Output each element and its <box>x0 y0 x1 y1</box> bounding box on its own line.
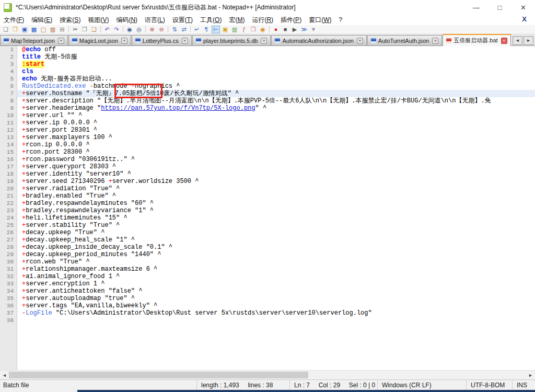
save-macro-icon[interactable]: ▼ <box>309 26 318 33</box>
horizontal-scrollbar[interactable]: ◄ ► <box>0 370 535 379</box>
print-icon[interactable]: ⊟ <box>58 26 66 33</box>
code-line-3: :start <box>0 61 535 68</box>
function-completion-icon[interactable]: ▣ <box>221 26 229 33</box>
open-file-icon[interactable]: ❒ <box>11 26 19 33</box>
tab-close-icon[interactable]: × <box>357 38 363 44</box>
run-macro-multiple-icon[interactable]: ≫ <box>300 26 308 33</box>
record-macro-icon[interactable]: ● <box>272 26 280 33</box>
code-line-27: +decay.upkeep_heal_scale "1" ^ <box>0 236 535 244</box>
line-number: 15 <box>0 148 17 156</box>
menu-item-5[interactable]: 编码(N) <box>112 15 141 26</box>
code-line-18: +server.identity "server10" ^ <box>0 170 535 178</box>
show-all-chars-icon[interactable]: ¶ <box>202 26 211 33</box>
line-number: 7 <box>0 90 17 97</box>
menu-item-10[interactable]: 运行(R) <box>248 15 277 26</box>
tab-close-icon[interactable]: × <box>182 38 188 44</box>
new-file-icon[interactable]: ❏ <box>2 26 10 33</box>
line-number: 19 <box>0 178 17 185</box>
tab-label: 五倍服启动器.bat <box>453 37 497 44</box>
zoom-out-icon[interactable]: ⊖ <box>157 26 166 33</box>
toolbar-separator <box>100 26 101 32</box>
zoom-in-icon[interactable]: ⊕ <box>148 26 156 33</box>
code-line-37: -LogFile "C:\Users\Administrator\Desktop… <box>0 309 535 317</box>
menu-item-3[interactable]: 搜索(S) <box>56 15 84 26</box>
menu-item-13[interactable]: ? <box>335 15 346 25</box>
menu-item-9[interactable]: 宏(M) <box>225 15 248 26</box>
close-button[interactable]: ✕ <box>511 0 535 15</box>
scroll-right-arrow[interactable]: ► <box>526 371 535 379</box>
notepad-plus-plus-window: { "window": { "title": "*C:\\Users\\Admi… <box>0 0 535 392</box>
tab-label: MapTeleport.json <box>11 38 55 44</box>
copy-icon[interactable]: ❐ <box>80 26 89 33</box>
find-icon[interactable]: ◉ <box>125 26 134 33</box>
menu-item-11[interactable]: 插件(P) <box>277 15 305 26</box>
saved-floppy-icon <box>196 38 201 43</box>
paste-icon[interactable]: ❑ <box>90 26 98 33</box>
scroll-left-arrow[interactable]: ◄ <box>0 371 9 379</box>
menu-item-8[interactable]: 工具(O) <box>196 15 225 26</box>
minimize-button[interactable]: — <box>464 0 488 15</box>
play-macro-icon[interactable]: ▶ <box>290 26 299 33</box>
scrollbar-thumb[interactable] <box>9 372 308 378</box>
menu-item-6[interactable]: 语言(L) <box>141 15 169 26</box>
replace-icon[interactable]: ◎ <box>135 26 143 33</box>
close-document-x-button[interactable]: X <box>522 15 527 23</box>
tab-label: AutoTurretAuth.json <box>378 38 429 44</box>
folder-as-workspace-icon[interactable]: ❒ <box>249 26 258 33</box>
document-map-icon[interactable]: ▥ <box>230 26 239 33</box>
menu-item-1[interactable]: 文件(F) <box>0 15 28 26</box>
word-wrap-icon[interactable]: ↵ <box>193 26 201 33</box>
tab-close-icon[interactable]: × <box>432 38 438 44</box>
editor-area[interactable]: @echo offtitle 无期-5倍服:startclsecho 无期-服务… <box>0 46 535 370</box>
status-length-lines: length : 1,493 lines : 38 <box>196 380 289 390</box>
tab-scroll-left-button[interactable]: ◄ <box>513 36 522 45</box>
tab-4[interactable]: player.blueprints.5.db× <box>192 35 271 45</box>
tab-close-icon[interactable]: × <box>261 38 267 44</box>
tab-5[interactable]: AutomaticAuthorization.json× <box>271 35 366 45</box>
toolbar-separator <box>68 26 69 32</box>
sync-horizontal-scroll-icon[interactable]: ⇄ <box>180 26 188 33</box>
toolbar-separator <box>123 26 123 32</box>
undo-icon[interactable]: ↶ <box>103 26 111 33</box>
tab-label: AutomaticAuthorization.json <box>282 38 353 44</box>
save-icon[interactable]: ▣ <box>20 26 29 33</box>
line-number: 11 <box>0 119 17 126</box>
menu-item-4[interactable]: 视图(V) <box>84 15 112 26</box>
close-all-icon[interactable]: ▥ <box>49 26 57 33</box>
tab-2[interactable]: MagicLoot.json× <box>68 35 131 45</box>
tab-close-icon[interactable]: × <box>501 38 507 44</box>
tab-label: MagicLoot.json <box>79 38 118 44</box>
tab-close-icon[interactable]: × <box>121 38 127 44</box>
stop-macro-icon[interactable]: ■ <box>281 26 289 33</box>
redo-icon[interactable]: ↷ <box>112 26 121 33</box>
code-line-33: +server.encryption 1 ^ <box>0 280 535 287</box>
window-bottom-edge <box>0 390 535 392</box>
saved-floppy-icon <box>72 38 77 43</box>
sync-vertical-scroll-icon[interactable]: ⇅ <box>170 26 179 33</box>
cut-icon[interactable]: ✂ <box>71 26 79 33</box>
notepad-plus-plus-app-icon <box>4 3 12 12</box>
maximize-button[interactable]: □ <box>488 0 511 15</box>
save-all-icon[interactable]: ▩ <box>30 26 38 33</box>
code-line-15: +rcon.port 28300 ^ <box>0 148 535 156</box>
tab-7-active[interactable]: 五倍服启动器.bat× <box>443 34 510 46</box>
tab-close-icon[interactable]: × <box>58 38 64 44</box>
tab-6[interactable]: AutoTurretAuth.json× <box>367 35 442 45</box>
menu-item-12[interactable]: 窗口(W) <box>305 15 335 26</box>
tab-bar: MapTeleport.json×MagicLoot.json×LotteryP… <box>0 33 535 46</box>
code-line-23: +bradley.respawndelayvariance "1" ^ <box>0 207 535 214</box>
tab-3[interactable]: LotteryPlus.cs× <box>132 35 192 45</box>
saved-floppy-icon <box>4 38 9 43</box>
line-number-gutter: 1234567891011121314151617181920212223242… <box>0 46 17 370</box>
close-icon[interactable]: ▢ <box>39 26 48 33</box>
indent-guide-icon[interactable]: ⊢ <box>212 26 220 33</box>
tab-scroll-right-button[interactable]: ► <box>524 36 533 45</box>
code-line-16: +rcon.password "0306191tz.." ^ <box>0 156 535 163</box>
tab-1[interactable]: MapTeleport.json× <box>0 35 68 45</box>
menu-item-2[interactable]: 编辑(E) <box>28 15 56 26</box>
function-list-icon[interactable]: ƒ <box>240 26 248 33</box>
menu-item-7[interactable]: 设置(T) <box>169 15 196 26</box>
line-number: 24 <box>0 214 17 222</box>
line-number: 35 <box>0 295 17 302</box>
monitoring-eye-icon[interactable]: ◉ <box>259 26 267 33</box>
